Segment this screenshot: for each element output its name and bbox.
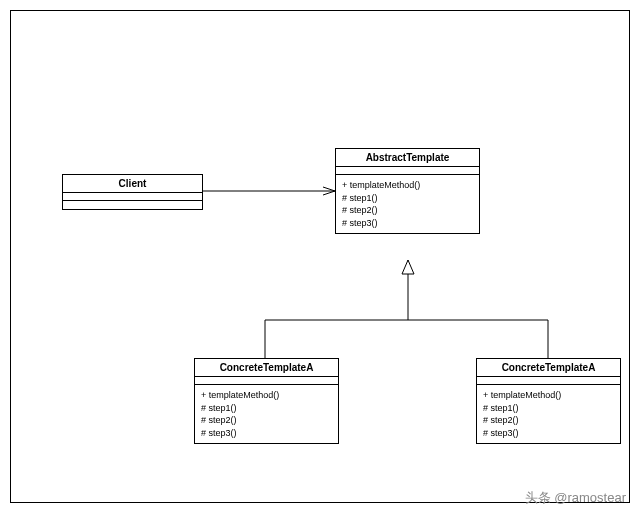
class-attrs-empty xyxy=(195,377,338,385)
uml-class-concrete-b: ConcreteTemplateA + templateMethod() # s… xyxy=(476,358,621,444)
op: # step1() xyxy=(483,402,614,415)
op: # step3() xyxy=(201,427,332,440)
class-ops: + templateMethod() # step1() # step2() #… xyxy=(336,175,479,233)
uml-class-concrete-a: ConcreteTemplateA + templateMethod() # s… xyxy=(194,358,339,444)
class-ops-empty xyxy=(63,201,202,209)
op: # step2() xyxy=(342,204,473,217)
op: + templateMethod() xyxy=(342,179,473,192)
op: # step3() xyxy=(342,217,473,230)
class-ops: + templateMethod() # step1() # step2() #… xyxy=(477,385,620,443)
class-ops: + templateMethod() # step1() # step2() #… xyxy=(195,385,338,443)
class-attrs-empty xyxy=(477,377,620,385)
op: # step2() xyxy=(483,414,614,427)
op: # step1() xyxy=(342,192,473,205)
op: + templateMethod() xyxy=(201,389,332,402)
class-title: ConcreteTemplateA xyxy=(195,359,338,377)
uml-class-client: Client xyxy=(62,174,203,210)
class-attrs-empty xyxy=(336,167,479,175)
class-attrs-empty xyxy=(63,193,202,201)
op: + templateMethod() xyxy=(483,389,614,402)
op: # step2() xyxy=(201,414,332,427)
op: # step1() xyxy=(201,402,332,415)
class-title: Client xyxy=(63,175,202,193)
class-title: AbstractTemplate xyxy=(336,149,479,167)
watermark-text: 头条 @ramostear xyxy=(525,489,626,507)
class-title: ConcreteTemplateA xyxy=(477,359,620,377)
op: # step3() xyxy=(483,427,614,440)
uml-class-abstract-template: AbstractTemplate + templateMethod() # st… xyxy=(335,148,480,234)
